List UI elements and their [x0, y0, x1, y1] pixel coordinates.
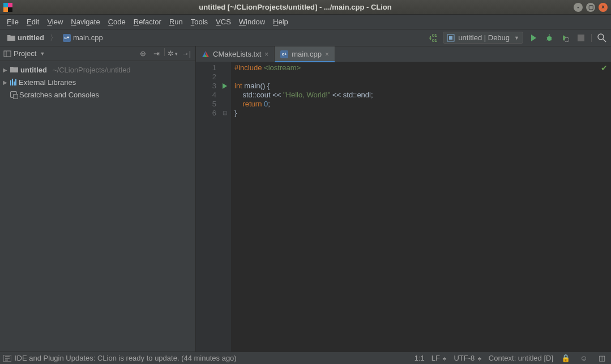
code-lines[interactable]: ✔ #include <iostream>int main() { std::c…	[231, 62, 611, 352]
cpp-file-icon: c+	[63, 34, 71, 42]
tree-root-label: untitled	[20, 66, 47, 74]
status-message[interactable]: IDE and Plugin Updates: CLion is ready t…	[3, 354, 237, 362]
tree-external-libraries[interactable]: ▶ External Libraries	[1, 76, 194, 88]
tree-external-label: External Libraries	[19, 78, 76, 87]
cmake-file-icon	[202, 50, 210, 58]
tree-scratches-label: Scratches and Consoles	[19, 91, 99, 99]
status-context[interactable]: Context: untitled [D]	[489, 354, 553, 362]
svg-rect-7	[4, 51, 11, 57]
editor-area: CMakeLists.txt×c+main.cpp× 123456 ⊟ ✔ #i…	[196, 46, 611, 352]
hide-button[interactable]: →|	[181, 48, 192, 59]
breadcrumb-project-label: untitled	[18, 33, 44, 42]
tab-label: main.cpp	[292, 50, 322, 58]
inspection-ok-icon[interactable]: ✔	[601, 63, 608, 72]
settings-icon[interactable]: ✲▾	[167, 48, 178, 59]
toolbar-separator	[591, 34, 592, 42]
menu-help[interactable]: Help	[270, 16, 292, 27]
target-icon	[447, 34, 455, 42]
library-icon	[10, 79, 16, 85]
tree-scratches[interactable]: Scratches and Consoles	[1, 88, 194, 101]
project-tool-title[interactable]: Project ▼	[3, 49, 45, 58]
menu-code[interactable]: Code	[105, 16, 129, 27]
line-number-gutter: 123456	[196, 62, 219, 352]
collapse-all-icon[interactable]: ⇥	[151, 48, 162, 59]
dropdown-icon: ▼	[514, 35, 519, 41]
menu-edit[interactable]: Edit	[23, 16, 42, 27]
project-icon	[3, 50, 11, 58]
stop-button[interactable]	[575, 32, 587, 44]
dropdown-icon: ▼	[40, 51, 45, 57]
debug-button[interactable]	[544, 32, 555, 44]
menu-refactor[interactable]: Refactor	[130, 16, 165, 27]
scratches-icon	[10, 91, 17, 98]
menu-vcs[interactable]: VCS	[212, 16, 234, 27]
minimize-button[interactable]: ‑	[574, 3, 583, 12]
breadcrumb-file-label: main.cpp	[73, 33, 103, 42]
inspections-icon[interactable]: ☺	[578, 353, 589, 364]
menubar: FileEditViewNavigateCodeRefactorRunTools…	[0, 15, 611, 29]
app-logo	[3, 3, 12, 12]
project-tree[interactable]: ▶ untitled ~/CLionProjects/untitled ▶ Ex…	[0, 61, 195, 103]
svg-point-2	[547, 36, 552, 41]
menu-view[interactable]: View	[44, 16, 66, 27]
svg-line-6	[603, 39, 606, 42]
window-title: untitled [~/CLionProjects/untitled] - ..…	[17, 3, 574, 11]
menu-tools[interactable]: Tools	[187, 16, 211, 27]
svg-point-5	[598, 34, 604, 40]
run-button[interactable]	[528, 32, 539, 44]
tree-root[interactable]: ▶ untitled ~/CLionProjects/untitled	[1, 63, 194, 76]
maximize-button[interactable]: ▢	[586, 3, 595, 12]
scroll-from-source-icon[interactable]: ⊕	[137, 48, 148, 59]
folder-icon	[10, 66, 18, 73]
navbar: untitled 〉 c+ main.cpp ↕0101 untitled | …	[0, 29, 611, 46]
menu-window[interactable]: Window	[236, 16, 268, 27]
svg-rect-1	[449, 36, 452, 40]
statusbar: IDE and Plugin Updates: CLion is ready t…	[0, 352, 611, 364]
svg-point-3	[565, 37, 569, 42]
project-tool-header: Project ▼ ⊕ ⇥ ✲▾ →|	[0, 46, 195, 61]
folder-icon	[7, 35, 15, 41]
run-config-selector[interactable]: untitled | Debug ▼	[443, 32, 523, 44]
breadcrumb-project[interactable]: untitled	[3, 32, 48, 44]
window-controls: ‑ ▢ ×	[574, 3, 608, 12]
code-editor[interactable]: 123456 ⊟ ✔ #include <iostream>int main()…	[196, 62, 611, 352]
breadcrumb-separator: 〉	[48, 32, 59, 44]
run-with-coverage-button[interactable]	[559, 32, 571, 44]
status-line-ending[interactable]: LF ≑	[431, 354, 447, 362]
body: Project ▼ ⊕ ⇥ ✲▾ →| ▶ untitled ~/CLionPr…	[0, 46, 611, 352]
close-button[interactable]: ×	[599, 3, 608, 12]
breadcrumb-file[interactable]: c+ main.cpp	[59, 32, 107, 44]
status-encoding[interactable]: UTF-8 ≑	[454, 354, 481, 362]
event-log-icon	[3, 355, 11, 362]
status-caret[interactable]: 1:1	[415, 354, 425, 362]
menu-run[interactable]: Run	[166, 16, 186, 27]
tree-root-hint: ~/CLionProjects/untitled	[53, 66, 131, 74]
cpp-file-icon: c+	[280, 50, 288, 58]
editor-tab[interactable]: c+main.cpp×	[275, 46, 335, 62]
search-everywhere-button[interactable]	[596, 32, 608, 44]
svg-rect-4	[578, 35, 584, 41]
close-tab-icon[interactable]: ×	[264, 50, 268, 58]
status-message-text: IDE and Plugin Updates: CLion is ready t…	[15, 354, 237, 362]
run-fold-gutter: ⊟	[219, 62, 231, 352]
editor-tabs: CMakeLists.txt×c+main.cpp×	[196, 46, 611, 62]
editor-tab[interactable]: CMakeLists.txt×	[196, 46, 275, 62]
titlebar: untitled [~/CLionProjects/untitled] - ..…	[0, 0, 611, 15]
step-toggle-icon[interactable]: ↕0101	[427, 32, 438, 44]
expander-icon[interactable]: ▶	[2, 79, 8, 85]
menu-file[interactable]: File	[3, 16, 22, 27]
menu-navigate[interactable]: Navigate	[67, 16, 103, 27]
project-tool-window: Project ▼ ⊕ ⇥ ✲▾ →| ▶ untitled ~/CLionPr…	[0, 46, 196, 352]
tab-label: CMakeLists.txt	[213, 50, 261, 58]
run-config-label: untitled | Debug	[458, 33, 510, 42]
close-tab-icon[interactable]: ×	[325, 50, 329, 58]
toolwindows-toggle-icon[interactable]: ◫	[596, 353, 608, 364]
memory-indicator-icon[interactable]: 🔒	[560, 353, 571, 364]
expander-icon[interactable]: ▶	[2, 67, 8, 73]
